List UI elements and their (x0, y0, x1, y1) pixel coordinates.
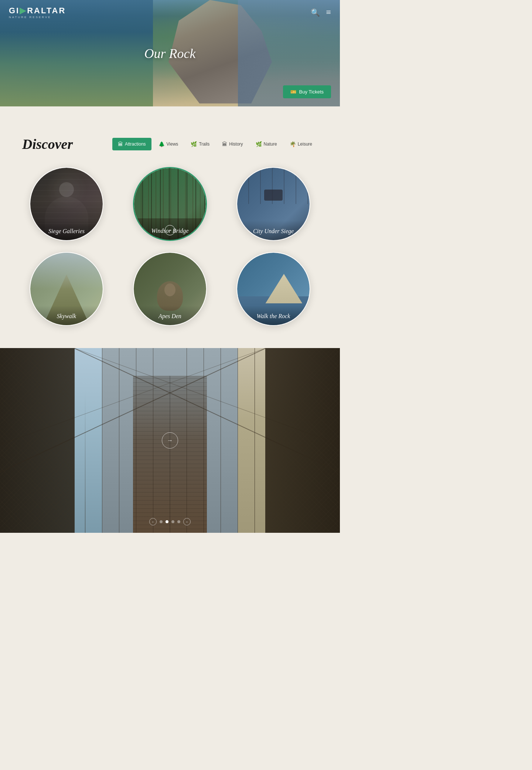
main-nav: GI▶RALTAR NATURE RESERVE 🔍 ≡ (0, 0, 340, 25)
hero-section: GI▶RALTAR NATURE RESERVE 🔍 ≡ Our Rock 🎫 … (0, 0, 340, 107)
citysiege-label: City Under Siege (237, 221, 310, 240)
tab-nature[interactable]: 🌿 Nature (250, 138, 283, 150)
tab-trails[interactable]: 🌿 Trails (185, 138, 215, 150)
tab-views-label: Views (167, 142, 178, 147)
attraction-circle-apesden: Apes Den (133, 252, 207, 326)
leisure-icon: 🌴 (290, 141, 296, 147)
nature-icon: 🌿 (256, 141, 262, 147)
discover-section: Discover 🏛 Attractions 🌲 Views 🌿 Trails … (0, 121, 340, 348)
cable-lines (237, 168, 310, 204)
tab-leisure-label: Leisure (298, 142, 312, 147)
siege-name: Siege Galleries (48, 228, 85, 234)
skywalk-sky (30, 253, 103, 289)
tab-attractions-label: Attractions (125, 142, 146, 147)
dot-2[interactable] (166, 520, 168, 523)
attractions-grid: Siege Galleries Windsor Bridge → (22, 167, 318, 326)
attraction-siege-galleries[interactable]: Siege Galleries (22, 167, 111, 241)
logo[interactable]: GI▶RALTAR NATURE RESERVE (9, 6, 66, 19)
attraction-apes-den[interactable]: Apes Den (126, 252, 214, 326)
dot-3[interactable] (171, 520, 174, 523)
tab-leisure[interactable]: 🌴 Leisure (284, 138, 318, 150)
attraction-circle-skywalk: Skywalk (30, 252, 103, 326)
attraction-circle-windsor: Windsor Bridge → (133, 167, 207, 241)
menu-icon[interactable]: ≡ (326, 7, 331, 17)
discover-header: Discover 🏛 Attractions 🌲 Views 🌿 Trails … (22, 136, 318, 152)
bridge-nav-button[interactable]: → (162, 432, 178, 449)
attraction-windsor-bridge[interactable]: Windsor Bridge → (126, 167, 214, 241)
history-icon: 🏛 (222, 141, 227, 147)
walkrock-label: Walk the Rock (237, 306, 310, 325)
skywalk-name: Skywalk (57, 313, 76, 319)
pagination-next[interactable]: › (183, 518, 191, 525)
attraction-walk-the-rock[interactable]: Walk the Rock (229, 252, 318, 326)
filter-tabs: 🏛 Attractions 🌲 Views 🌿 Trails 🏛 History… (112, 138, 318, 150)
tab-attractions[interactable]: 🏛 Attractions (112, 138, 151, 150)
tab-history[interactable]: 🏛 History (216, 138, 248, 150)
nav-icons: 🔍 ≡ (311, 7, 331, 17)
logo-subtitle: NATURE RESERVE (9, 16, 66, 19)
dot-4[interactable] (177, 520, 180, 523)
attraction-city-under-siege[interactable]: City Under Siege (229, 167, 318, 241)
tab-views[interactable]: 🌲 Views (153, 138, 184, 150)
buy-tickets-button[interactable]: 🎫 Buy Tickets (283, 85, 331, 98)
bridge-hero-section: → ‹ › (0, 348, 340, 533)
windsor-arrow[interactable]: → (165, 225, 175, 235)
tab-history-label: History (229, 142, 243, 147)
citysiege-name: City Under Siege (253, 228, 294, 234)
pagination: ‹ › (149, 518, 191, 525)
pagination-prev[interactable]: ‹ (149, 518, 157, 525)
dot-1[interactable] (160, 520, 163, 523)
trails-icon: 🌿 (191, 141, 197, 147)
logo-name: GI▶RALTAR (9, 6, 66, 16)
attraction-circle-siege: Siege Galleries (30, 167, 103, 241)
search-icon[interactable]: 🔍 (311, 8, 320, 17)
bridge-nav-arrow: → (167, 437, 173, 444)
tab-nature-label: Nature (264, 142, 277, 147)
attractions-icon: 🏛 (118, 141, 123, 147)
attraction-skywalk[interactable]: Skywalk (22, 252, 111, 326)
skywalk-label: Skywalk (30, 306, 103, 325)
buy-tickets-label: Buy Tickets (299, 89, 324, 95)
discover-title: Discover (22, 136, 73, 152)
attraction-circle-citysiege: City Under Siege (236, 167, 310, 241)
siege-label: Siege Galleries (30, 221, 103, 240)
wave-divider (0, 106, 340, 121)
ticket-icon: 🎫 (290, 89, 296, 95)
apesden-label: Apes Den (134, 306, 206, 325)
apesden-name: Apes Den (158, 313, 181, 319)
views-icon: 🌲 (158, 141, 165, 147)
tab-trails-label: Trails (199, 142, 209, 147)
attraction-circle-walkrock: Walk the Rock (236, 252, 310, 326)
walkrock-name: Walk the Rock (257, 313, 290, 319)
hero-title: Our Rock (144, 46, 196, 61)
